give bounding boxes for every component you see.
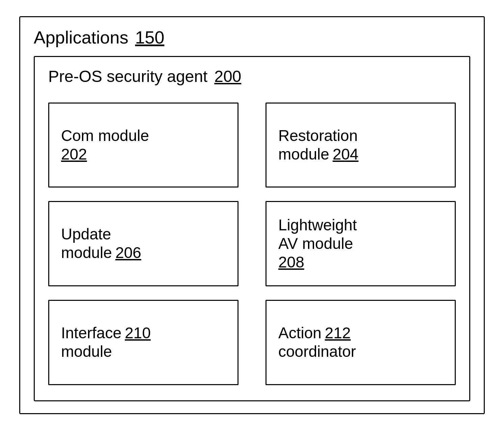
update-module-number: 206 — [115, 243, 141, 262]
update-module-content: Update module 206 — [61, 225, 141, 262]
update-module-number-line: module 206 — [61, 243, 141, 262]
interface-module-label2: module — [61, 342, 112, 361]
action-coordinator-content: Action 212 coordinator — [278, 324, 356, 361]
restoration-module-text2: module — [278, 145, 329, 164]
update-module-text2: module — [61, 243, 112, 262]
com-module-number: 202 — [61, 145, 87, 164]
com-module-box: Com module 202 — [48, 103, 239, 188]
applications-container: Applications 150 Pre-OS security agent 2… — [19, 16, 485, 414]
restoration-module-content: Restoration module 204 — [278, 126, 359, 164]
outer-title: Applications 150 — [34, 27, 470, 48]
com-module-content: Com module 202 — [61, 126, 149, 164]
action-coordinator-label-line: Action 212 — [278, 324, 351, 342]
lightweight-av-module-label2: AV module — [278, 234, 353, 253]
update-module-box: Update module 206 — [48, 201, 239, 286]
interface-module-label: Interface — [61, 324, 121, 342]
action-coordinator-number: 212 — [325, 324, 351, 342]
lightweight-av-module-number-line: 208 — [278, 253, 304, 271]
applications-label: Applications — [34, 27, 128, 48]
interface-module-box: Interface 210 module — [48, 300, 239, 385]
interface-module-label-line: Interface 210 — [61, 324, 151, 342]
lightweight-av-module-box: Lightweight AV module 208 — [265, 201, 456, 286]
lightweight-av-module-content: Lightweight AV module 208 — [278, 216, 357, 272]
com-module-number-line: 202 — [61, 145, 87, 164]
lightweight-av-module-number: 208 — [278, 253, 304, 271]
inner-title: Pre-OS security agent 200 — [48, 67, 456, 86]
com-module-label: Com module — [61, 126, 149, 145]
pre-os-agent-container: Pre-OS security agent 200 Com module 202… — [34, 56, 470, 401]
action-coordinator-label: Action — [278, 324, 321, 342]
update-module-label: Update — [61, 225, 111, 243]
interface-module-content: Interface 210 module — [61, 324, 151, 361]
lightweight-av-module-label: Lightweight — [278, 216, 357, 234]
interface-module-number: 210 — [125, 324, 151, 342]
restoration-module-number: 204 — [333, 145, 359, 164]
applications-number: 150 — [135, 27, 164, 48]
restoration-module-number-line: module 204 — [278, 145, 359, 164]
pre-os-number: 200 — [214, 67, 241, 86]
restoration-module-label: Restoration — [278, 126, 358, 145]
action-coordinator-label2: coordinator — [278, 342, 356, 361]
pre-os-label: Pre-OS security agent — [48, 67, 207, 86]
action-coordinator-box: Action 212 coordinator — [265, 300, 456, 385]
restoration-module-box: Restoration module 204 — [265, 103, 456, 188]
modules-grid: Com module 202 Restoration module 204 — [48, 103, 456, 385]
